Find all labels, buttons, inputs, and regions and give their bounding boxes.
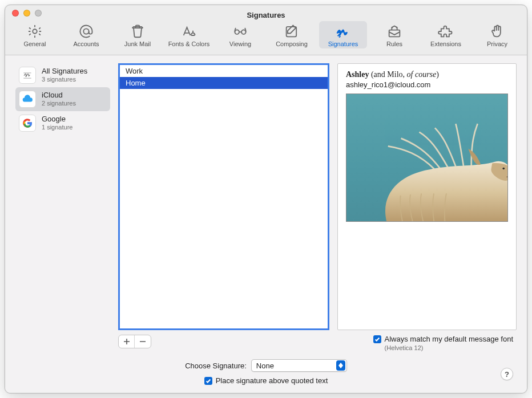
place-above-row: Place signature above quoted text: [15, 376, 517, 385]
titlebar: Signatures: [5, 5, 527, 21]
svg-point-2: [235, 30, 239, 34]
match-font-label: Always match my default message font: [385, 335, 513, 343]
close-window-button[interactable]: [12, 10, 19, 17]
toolbar-viewing[interactable]: Viewing: [216, 21, 264, 48]
place-above-checkbox[interactable]: Place signature above quoted text: [204, 376, 328, 385]
toolbar-extensions[interactable]: Extensions: [422, 21, 470, 48]
toolbar-junkmail[interactable]: Junk Mail: [114, 21, 162, 48]
account-count: 2 signatures: [42, 100, 76, 107]
signature-name-tail: ): [436, 70, 439, 79]
svg-point-3: [241, 30, 245, 34]
signature-name-italic: of course: [407, 70, 437, 79]
trash-icon: [130, 23, 146, 39]
window-controls: [12, 10, 42, 17]
choose-signature-label: Choose Signature:: [185, 362, 247, 370]
compose-icon: [284, 23, 300, 39]
choose-signature-select[interactable]: None: [251, 359, 347, 372]
toolbar-label: Extensions: [430, 40, 461, 47]
account-all-signatures[interactable]: All Signatures 3 signatures: [15, 63, 110, 87]
preferences-window: Signatures General Accounts Junk Mail: [5, 5, 527, 393]
signature-name-line: Ashley (and Milo, of course): [346, 70, 508, 79]
checkbox-checked-icon: [204, 377, 212, 385]
toolbar-fonts-colors[interactable]: Fonts & Colors: [165, 21, 213, 48]
select-arrows-icon: [336, 360, 345, 371]
signature-stack-icon: [19, 67, 36, 84]
account-name: Google: [42, 115, 72, 124]
checkbox-checked-icon: [373, 335, 381, 343]
help-button[interactable]: ?: [501, 368, 513, 380]
toolbar-rules[interactable]: Rules: [370, 21, 418, 48]
minimize-window-button[interactable]: [23, 10, 30, 17]
account-google[interactable]: Google 1 signature: [15, 111, 110, 135]
toolbar-accounts[interactable]: Accounts: [62, 21, 110, 48]
signature-preview[interactable]: Ashley (and Milo, of course) ashley_rico…: [337, 63, 517, 330]
columns: All Signatures 3 signatures iCloud 2 sig…: [5, 55, 527, 332]
signature-image: [346, 94, 508, 222]
signature-email: ashley_rico1@icloud.com: [346, 80, 508, 89]
account-name: All Signatures: [42, 67, 87, 76]
account-count: 3 signatures: [42, 76, 87, 83]
match-font-detail: (Helvetica 12): [385, 344, 513, 351]
svg-point-6: [503, 168, 505, 170]
toolbar-label: Rules: [386, 40, 402, 47]
add-remove-control: [118, 335, 151, 348]
content-area: All Signatures 3 signatures iCloud 2 sig…: [5, 55, 527, 393]
match-font-group: Always match my default message font (He…: [373, 335, 517, 351]
toolbar-label: General: [23, 40, 46, 47]
window-title: Signatures: [5, 7, 527, 19]
hand-icon: [489, 23, 505, 39]
bottom-controls: Choose Signature: None Place signature a…: [5, 351, 527, 393]
puzzle-icon: [438, 23, 454, 39]
toolbar-label: Fonts & Colors: [168, 40, 210, 47]
svg-point-0: [33, 29, 37, 33]
toolbar-label: Junk Mail: [124, 40, 151, 47]
signature-icon: [335, 23, 351, 39]
glasses-icon: [232, 23, 248, 39]
at-sign-icon: [78, 23, 94, 39]
toolbar-signatures[interactable]: Signatures: [319, 21, 367, 48]
toolbar: General Accounts Junk Mail Fonts & Color…: [5, 21, 527, 55]
toolbar-label: Signatures: [328, 40, 358, 47]
account-count: 1 signature: [42, 124, 72, 131]
signature-item-work[interactable]: Work: [120, 65, 328, 77]
toolbar-label: Accounts: [73, 40, 99, 47]
signature-item-home[interactable]: Home: [120, 77, 328, 89]
signature-name-rest: (and Milo,: [369, 70, 406, 79]
signatures-list[interactable]: Work Home: [118, 63, 329, 330]
toolbar-privacy[interactable]: Privacy: [473, 21, 521, 48]
account-icloud[interactable]: iCloud 2 signatures: [15, 87, 110, 111]
zoom-window-button[interactable]: [35, 10, 42, 17]
rules-icon: [386, 23, 402, 39]
toolbar-general[interactable]: General: [11, 21, 59, 48]
choose-signature-row: Choose Signature: None: [15, 359, 517, 372]
signature-name-bold: Ashley: [346, 70, 369, 79]
accounts-column: All Signatures 3 signatures iCloud 2 sig…: [15, 63, 110, 330]
google-icon: [19, 115, 36, 132]
svg-point-1: [83, 29, 88, 34]
match-font-checkbox[interactable]: Always match my default message font: [373, 335, 513, 343]
toolbar-label: Privacy: [487, 40, 507, 47]
below-row: Always match my default message font (He…: [5, 332, 527, 351]
gear-icon: [27, 23, 43, 39]
add-signature-button[interactable]: [119, 335, 135, 348]
choose-signature-value: None: [256, 362, 274, 370]
account-name: iCloud: [42, 91, 76, 100]
toolbar-label: Viewing: [229, 40, 251, 47]
toolbar-composing[interactable]: Composing: [268, 21, 316, 48]
remove-signature-button[interactable]: [135, 335, 151, 348]
fonts-icon: [181, 23, 197, 39]
place-above-label: Place signature above quoted text: [216, 376, 328, 385]
icloud-icon: [19, 91, 36, 108]
toolbar-label: Composing: [276, 40, 308, 47]
